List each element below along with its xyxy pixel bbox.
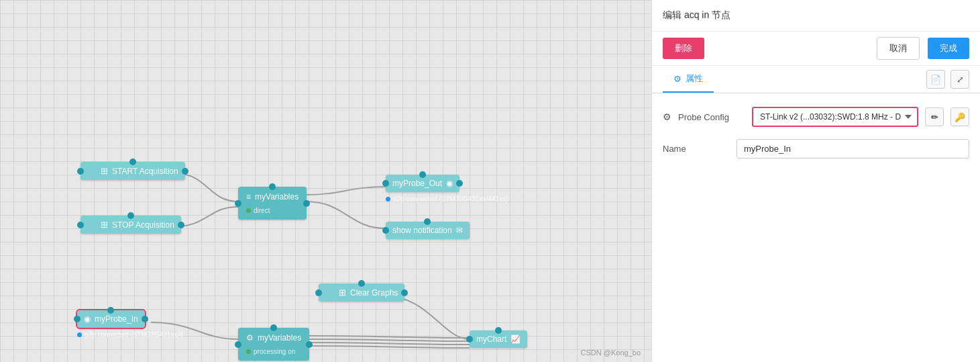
node-status: p2p connected (STM32G431xx/4 <box>85 331 183 338</box>
panel-header: 编辑 acq in 节点 <box>652 0 980 32</box>
right-panel: 编辑 acq in 节点 删除 取消 完成 ⚙ 属性 📄 ⤢ <box>651 0 980 362</box>
my-variables-top-node[interactable]: ≡ myVariables direct <box>238 187 307 220</box>
clear-graphs-node[interactable]: ⊞ Clear Graphs <box>319 283 404 302</box>
cancel-button[interactable]: 取消 <box>877 37 920 60</box>
node-label: Clear Graphs <box>350 288 398 298</box>
port-left <box>77 168 84 175</box>
status-dot <box>246 349 251 354</box>
port-top <box>424 218 431 225</box>
port-left <box>382 227 389 234</box>
node-canvas[interactable]: ⊞ START Acquisition ⊞ STOP Acquisition ≡… <box>0 0 651 362</box>
node-icon: ⊞ <box>339 287 346 298</box>
name-input[interactable] <box>737 139 969 159</box>
show-notification-node[interactable]: show notification ✉ <box>386 222 470 239</box>
node-icon: ◉ <box>446 179 453 188</box>
node-label: show notification <box>392 226 452 235</box>
footer-credit: CSDN @Kong_bo <box>581 349 641 357</box>
panel-toolbar: 删除 取消 完成 <box>652 32 980 66</box>
port-top <box>129 159 136 165</box>
my-chart-node[interactable]: myChart 📈 <box>470 330 527 348</box>
node-icon: ⊞ <box>101 220 108 230</box>
node-label: myChart <box>476 334 506 344</box>
expand-icon: ⤢ <box>957 75 964 85</box>
port-left <box>235 200 241 207</box>
my-variables-bot-node[interactable]: ⚙ myVariables processing on <box>238 328 309 361</box>
port-left <box>74 316 80 322</box>
status-dot <box>246 208 251 213</box>
done-button[interactable]: 完成 <box>928 38 969 59</box>
probe-config-label: Probe Config <box>678 112 745 122</box>
node-icon: ≡ <box>246 192 251 201</box>
node-icon: ⊞ <box>101 166 108 176</box>
port-right <box>182 168 188 175</box>
port-right <box>303 200 310 207</box>
node-label: STOP Acquisition <box>112 220 174 230</box>
node-label: myVariables <box>258 333 301 343</box>
stop-acquisition-node[interactable]: ⊞ STOP Acquisition <box>80 216 181 234</box>
port-top <box>270 324 277 331</box>
port-top <box>127 212 134 219</box>
name-label: Name <box>663 144 730 154</box>
key-icon: 🔑 <box>955 112 965 122</box>
port-right <box>456 180 463 187</box>
port-left <box>77 222 84 228</box>
port-left <box>235 341 241 348</box>
delete-button[interactable]: 删除 <box>663 38 704 59</box>
probe-config-icon: ⚙ <box>663 111 671 122</box>
name-row: Name <box>663 139 969 159</box>
node-icon: ✉ <box>456 226 463 235</box>
gear-icon: ⚙ <box>673 74 682 84</box>
node-label: myProbe_Out <box>392 179 442 188</box>
tab-expand-button[interactable]: ⤢ <box>950 70 969 89</box>
port-top <box>358 280 365 287</box>
my-probe-out-node[interactable]: myProbe_Out ◉ p2p connected (STM32G431xx… <box>386 175 459 192</box>
port-left <box>466 336 473 343</box>
probe-edit-button[interactable]: ✏ <box>925 107 944 126</box>
my-probe-in-node[interactable]: ◉ myProbe_In p2p connected (STM32G431xx/… <box>77 310 145 328</box>
status-dot <box>77 332 82 337</box>
status-dot <box>386 197 390 201</box>
node-label: myVariables <box>255 192 298 201</box>
port-top <box>495 327 502 334</box>
node-status: processing on <box>254 348 295 355</box>
panel-title: 编辑 acq in 节点 <box>663 9 730 20</box>
node-status: p2p connected (STM32G431xx/441xx) <box>393 195 508 203</box>
node-label: START Acquisition <box>112 167 178 176</box>
doc-icon: 📄 <box>930 75 941 85</box>
port-left <box>315 289 322 296</box>
port-top <box>107 307 114 314</box>
node-label: myProbe_In <box>95 314 138 324</box>
port-top <box>419 171 426 178</box>
tab-doc-button[interactable]: 📄 <box>926 70 945 89</box>
port-right <box>178 222 184 228</box>
node-icon: ◉ <box>84 314 91 324</box>
start-acquisition-node[interactable]: ⊞ START Acquisition <box>80 162 185 180</box>
port-right <box>306 341 313 348</box>
port-left <box>382 180 389 187</box>
probe-key-button[interactable]: 🔑 <box>950 107 969 126</box>
port-top <box>269 183 276 190</box>
panel-body: ⚙ Probe Config ST-Link v2 (...03032):SWD… <box>652 93 980 362</box>
tab-properties-label: 属性 <box>686 73 703 85</box>
node-icon: 📈 <box>510 334 521 344</box>
tab-properties[interactable]: ⚙ 属性 <box>663 66 714 93</box>
probe-config-row: ⚙ Probe Config ST-Link v2 (...03032):SWD… <box>663 107 969 127</box>
port-right <box>401 289 408 296</box>
port-right <box>142 316 148 322</box>
panel-tabs: ⚙ 属性 📄 ⤢ <box>652 66 980 93</box>
node-status: direct <box>254 207 270 214</box>
probe-config-select[interactable]: ST-Link v2 (...03032):SWD:1.8 MHz - D <box>752 107 918 127</box>
node-icon: ⚙ <box>246 333 254 343</box>
edit-icon: ✏ <box>931 112 938 122</box>
